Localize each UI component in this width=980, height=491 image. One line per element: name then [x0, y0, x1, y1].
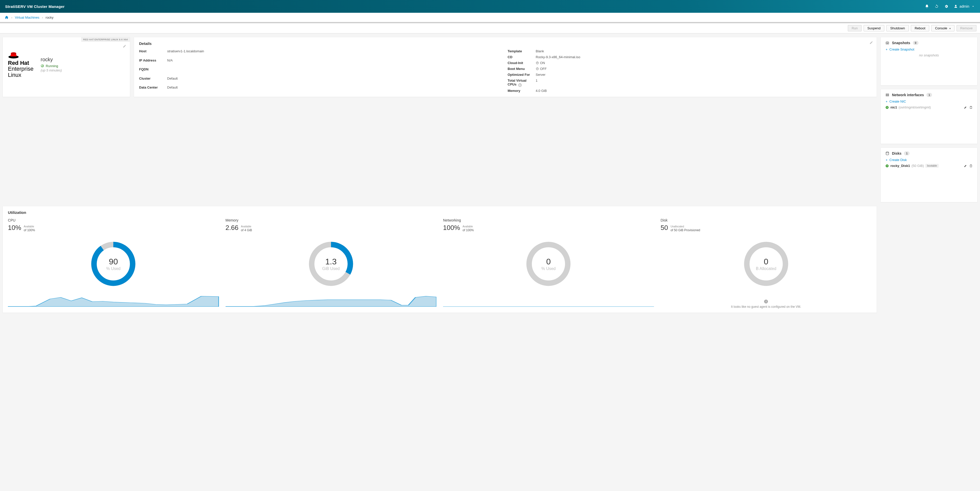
- vm-identity-card: RED HAT ENTERPRISE LINUX 9.X X64 Red Hat…: [3, 37, 130, 97]
- os-badge: RED HAT ENTERPRISE LINUX 9.X X64: [81, 37, 130, 42]
- shutdown-button[interactable]: Shutdown: [886, 25, 909, 32]
- details-left-col: Hoststratiserv1-1.localdomain IP Address…: [139, 49, 503, 93]
- up-arrow-icon: [885, 106, 889, 109]
- vm-uptime: (up 5 minutes): [41, 68, 62, 72]
- home-icon[interactable]: [5, 15, 9, 19]
- disk-icon: [885, 151, 889, 156]
- run-button[interactable]: Run: [848, 25, 862, 32]
- disk-donut: 0B Allocated: [741, 238, 792, 289]
- up-arrow-icon: [885, 164, 889, 168]
- brand: StratiSERV VM Cluster Manager: [5, 4, 65, 9]
- power-icon: [536, 61, 539, 65]
- info-icon[interactable]: i: [518, 83, 522, 87]
- create-snapshot-link[interactable]: Create Snapshot: [885, 48, 973, 51]
- vm-name: rocky: [41, 57, 62, 62]
- user-icon: [954, 5, 958, 8]
- masthead: StratiSERV VM Cluster Manager admin: [0, 0, 980, 13]
- network-icon: [885, 93, 889, 97]
- running-icon: [41, 64, 44, 68]
- create-nic-link[interactable]: Create NIC: [885, 100, 973, 103]
- bell-icon[interactable]: [925, 4, 929, 8]
- suspend-button[interactable]: Suspend: [864, 25, 884, 32]
- net-donut: 0% Used: [523, 238, 574, 289]
- svg-point-1: [11, 52, 16, 54]
- mem-donut: 1.3GiB Used: [305, 238, 356, 289]
- edit-icon[interactable]: [123, 44, 126, 48]
- user-menu[interactable]: admin: [954, 4, 975, 8]
- camera-icon: [885, 41, 889, 45]
- snapshots-empty: no snapshots: [885, 53, 973, 57]
- net-sparkline: [443, 295, 654, 307]
- util-memory: Memory2.66Availableof 4 GiB 1.3GiB Used: [226, 218, 437, 308]
- remove-button[interactable]: Remove: [956, 25, 977, 32]
- vm-details-card: Details Hoststratiserv1-1.localdomain IP…: [134, 37, 877, 97]
- edit-details-icon[interactable]: [870, 41, 873, 44]
- utilization-card: Utilization CPU10%Availableof 100% 90% U…: [3, 206, 877, 313]
- breadcrumb-link[interactable]: Virtual Machines: [15, 16, 39, 19]
- bootable-tag: bootable: [925, 164, 939, 168]
- create-disk-link[interactable]: Create Disk: [885, 158, 973, 162]
- info-icon: i: [764, 300, 768, 303]
- caret-down-icon: [971, 5, 975, 8]
- details-right-col: TemplateBlank CDRocky-9.3-x86_64-minimal…: [508, 49, 872, 93]
- delete-nic-icon[interactable]: [969, 106, 973, 109]
- cpu-donut: 90% Used: [88, 238, 139, 289]
- breadcrumb: › Virtual Machines › rocky: [0, 13, 980, 22]
- breadcrumb-current: rocky: [46, 16, 54, 19]
- nics-card: Network interfaces1 Create NIC nic1 (ovi…: [880, 89, 977, 144]
- refresh-icon[interactable]: [935, 4, 939, 8]
- delete-disk-icon[interactable]: [969, 164, 973, 167]
- no-guest-agent-note: iIt looks like no guest agent is configu…: [661, 300, 872, 308]
- snapshots-count: 0: [913, 41, 918, 45]
- util-cpu: CPU10%Availableof 100% 90% Used: [8, 218, 219, 308]
- svg-point-5: [887, 43, 888, 44]
- nic-item[interactable]: nic1 (ovirtmgmt/ovirtmgmt): [885, 105, 973, 109]
- reboot-button[interactable]: Reboot: [911, 25, 929, 32]
- nics-count: 1: [926, 93, 932, 97]
- util-disk: Disk50Unallocatedof 50 GiB Provisioned 0…: [661, 218, 872, 308]
- console-button[interactable]: Console: [931, 25, 955, 32]
- util-networking: Networking100%Availableof 100% 0% Used: [443, 218, 654, 308]
- edit-nic-icon[interactable]: [964, 106, 967, 109]
- utilization-title: Utilization: [8, 210, 872, 215]
- gear-icon[interactable]: [944, 4, 948, 8]
- cpu-sparkline: [8, 295, 219, 307]
- vm-status: Running: [41, 64, 62, 68]
- user-name: admin: [959, 4, 969, 8]
- disks-card: Disks1 Create Disk rocky_Disk1 (50 GiB) …: [880, 148, 977, 202]
- vm-toolbar: Run Suspend Shutdown Reboot Console Remo…: [0, 23, 980, 33]
- snapshots-card: Snapshots0 Create Snapshot no snapshots: [880, 37, 977, 86]
- disk-item[interactable]: rocky_Disk1 (50 GiB) bootable: [885, 164, 973, 168]
- power-icon: [536, 67, 539, 70]
- edit-disk-icon[interactable]: [964, 164, 967, 167]
- svg-point-7: [886, 152, 889, 153]
- details-title: Details: [139, 41, 872, 46]
- os-vendor-logo: Red HatEnterpriseLinux: [8, 51, 33, 78]
- disks-count: 1: [904, 151, 910, 156]
- mem-sparkline: [226, 295, 437, 307]
